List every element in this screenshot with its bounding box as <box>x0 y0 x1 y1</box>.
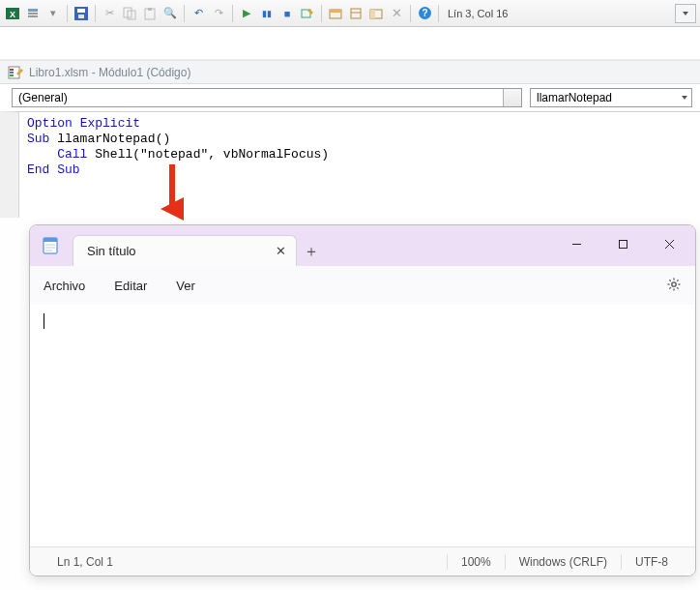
notepad-app-icon <box>30 225 71 266</box>
chevron-down-icon <box>682 96 687 100</box>
procedure-dropdown[interactable]: llamarNotepad <box>530 88 692 107</box>
object-browser-icon[interactable] <box>367 5 385 22</box>
toolbar-separator <box>184 5 185 22</box>
status-eol: Windows (CRLF) <box>506 555 621 569</box>
stop-icon[interactable]: ■ <box>278 5 296 22</box>
status-zoom[interactable]: 100% <box>448 555 505 569</box>
svg-point-35 <box>672 281 676 285</box>
code-margin <box>0 112 19 218</box>
svg-rect-27 <box>44 238 57 242</box>
procedure-dropdown-value: llamarNotepad <box>537 91 612 104</box>
toolbar-separator <box>232 5 233 22</box>
help-icon[interactable]: ? <box>416 5 433 22</box>
project-explorer-icon[interactable] <box>327 5 344 22</box>
svg-rect-6 <box>77 9 85 13</box>
cursor-position-label: Lín 3, Col 16 <box>448 8 508 19</box>
svg-rect-11 <box>148 8 152 11</box>
svg-line-41 <box>677 287 678 288</box>
view-dropdown-icon[interactable] <box>24 5 42 22</box>
notepad-text-area[interactable] <box>30 305 695 546</box>
toolbar-separator <box>95 5 96 22</box>
code-window: Libro1.xlsm - Módulo1 (Código) (General)… <box>0 60 700 218</box>
svg-text:?: ? <box>422 8 427 18</box>
svg-rect-23 <box>10 72 14 74</box>
status-encoding: UTF-8 <box>622 555 682 569</box>
toolbar-overflow-dropdown[interactable] <box>675 4 696 23</box>
window-controls <box>554 229 691 258</box>
copy-icon[interactable] <box>121 5 138 22</box>
code-window-title: Libro1.xlsm - Módulo1 (Código) <box>29 66 190 79</box>
save-icon[interactable] <box>73 5 90 22</box>
find-icon[interactable]: 🔍 <box>161 5 179 22</box>
toolbar-separator <box>438 5 439 22</box>
toolbar-separator <box>67 5 68 22</box>
object-dropdown-value: (General) <box>18 91 68 104</box>
toolbar-separator <box>410 5 411 22</box>
svg-rect-4 <box>28 15 38 17</box>
maximize-button[interactable] <box>600 229 645 258</box>
toolbar-gap <box>0 27 700 60</box>
svg-text:X: X <box>10 10 15 19</box>
notepad-titlebar[interactable]: Sin título ✕ ＋ <box>30 225 695 266</box>
svg-rect-32 <box>619 240 627 248</box>
code-dropdown-row: (General) llamarNotepad <box>0 84 700 111</box>
svg-rect-3 <box>28 13 38 15</box>
excel-icon[interactable]: X <box>4 5 21 22</box>
minimize-button[interactable] <box>554 229 598 258</box>
dash-icon[interactable]: ▾ <box>44 5 62 22</box>
notepad-tab-title: Sin título <box>87 244 136 258</box>
paste-icon[interactable] <box>141 5 159 22</box>
object-dropdown[interactable]: (General) <box>12 88 522 107</box>
run-icon[interactable]: ▶ <box>238 5 255 22</box>
notepad-menubar: Archivo Editar Ver <box>30 266 695 305</box>
menu-file[interactable]: Archivo <box>44 279 85 293</box>
svg-rect-22 <box>10 69 14 71</box>
code-module-icon <box>8 65 23 80</box>
pause-icon[interactable]: ▮▮ <box>258 5 276 22</box>
undo-icon[interactable]: ↶ <box>190 5 207 22</box>
svg-rect-14 <box>330 10 341 13</box>
toolbar-separator <box>321 5 322 22</box>
redo-icon[interactable]: ↷ <box>210 5 227 22</box>
notepad-tab[interactable]: Sin título ✕ <box>73 235 297 266</box>
svg-rect-24 <box>10 74 14 76</box>
svg-rect-15 <box>351 9 361 18</box>
chevron-down-icon <box>510 97 515 101</box>
svg-line-40 <box>669 280 670 280</box>
vbe-toolbar: X ▾ ✂ 🔍 ↶ ↷ ▶ ▮▮ ■ ✕ ? Lín 3, Col 16 <box>0 0 700 27</box>
new-tab-button[interactable]: ＋ <box>297 237 326 266</box>
close-button[interactable] <box>647 229 691 258</box>
properties-icon[interactable] <box>347 5 365 22</box>
settings-icon[interactable] <box>666 277 682 295</box>
toolbox-icon[interactable]: ✕ <box>388 5 405 22</box>
notepad-window: Sin título ✕ ＋ Archivo Editar Ver Ln 1, … <box>29 224 696 576</box>
svg-line-43 <box>669 287 670 288</box>
svg-rect-2 <box>28 9 38 12</box>
svg-rect-7 <box>78 15 84 18</box>
svg-line-42 <box>677 280 678 280</box>
text-cursor <box>44 313 44 329</box>
cut-icon[interactable]: ✂ <box>101 5 118 22</box>
menu-view[interactable]: Ver <box>176 279 195 293</box>
code-window-titlebar: Libro1.xlsm - Módulo1 (Código) <box>0 61 700 84</box>
design-mode-icon[interactable] <box>299 5 316 22</box>
svg-rect-18 <box>370 10 375 18</box>
notepad-statusbar: Ln 1, Col 1 100% Windows (CRLF) UTF-8 <box>30 546 695 575</box>
code-editor[interactable]: Option Explicit Sub llamarNotepad() Call… <box>0 111 700 218</box>
menu-edit[interactable]: Editar <box>114 279 147 293</box>
status-position: Ln 1, Col 1 <box>44 555 127 569</box>
close-tab-icon[interactable]: ✕ <box>276 244 286 258</box>
